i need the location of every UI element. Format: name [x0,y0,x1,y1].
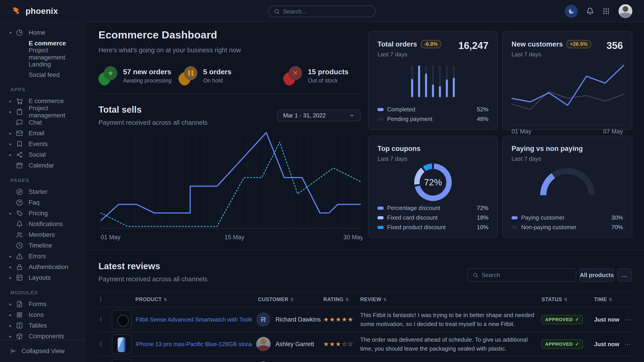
collapsed-view-toggle[interactable]: Collapsed View [0,340,84,362]
reviews-search-input[interactable] [482,272,571,279]
sidebar-item-label: Layouts [29,274,50,281]
status-cell: APPROVED ✓ [542,340,594,349]
reviews-more-button[interactable]: ... [617,268,632,282]
column-header-rating[interactable]: RATING⇅ [323,297,360,303]
top-navbar: phoenix [0,0,644,22]
global-search[interactable] [268,5,376,17]
brand-logo[interactable]: phoenix [12,0,58,22]
user-avatar[interactable] [618,4,632,18]
all-products-button[interactable]: All products [579,268,614,282]
legend-value: 18% [477,214,488,221]
caret-icon: ▾ [10,30,16,35]
sidebar-item-home[interactable]: ▾Home [0,27,84,38]
bar-fill [418,65,420,97]
select-all-checkbox[interactable] [100,297,101,302]
sidebar-item-members[interactable]: Members [0,229,84,240]
global-search-input[interactable] [283,8,370,15]
column-label: PRODUCT [136,297,162,303]
sidebar-item-faq[interactable]: Faq [0,197,84,208]
row-checkbox-cell [98,342,112,346]
page-title: Ecommerce Dashboard [98,29,217,41]
star-icon: ★ [108,70,114,76]
sidebar-item-forms[interactable]: ▸Forms [0,299,84,310]
sidebar-item-social[interactable]: ▸Social [0,149,84,160]
paying-legend: Paying customer30%Non-paying customer70% [512,214,623,231]
sidebar-section-heading-modules: MODULES [0,283,84,299]
apps-grid-button[interactable] [602,7,610,15]
row-checkbox[interactable] [100,342,101,346]
orders-bar-chart [411,65,455,97]
sort-icon: ⇅ [345,297,349,302]
sidebar-item-authentication[interactable]: ▸Authentication [0,262,84,272]
column-header-customer[interactable]: CUSTOMER⇅ [256,297,323,303]
sidebar-item-label: Chat [29,119,42,126]
customer-name: Richard Dawkins [276,316,321,323]
latest-reviews-title: Latest reviews [98,261,160,271]
sidebar-item-tables[interactable]: ▸Tables [0,320,84,331]
reviews-table: PRODUCT⇅CUSTOMER⇅RATING⇅REVIEW⇅STATUS⇅TI… [98,291,632,362]
sidebar-item-errors[interactable]: ▸Errors [0,251,84,262]
caret-icon: ▸ [10,301,16,307]
sidebar-item-layouts[interactable]: ▸Layouts [0,272,84,283]
new-customers-card: New customers +26.5% Last 7 days 356 01 … [502,31,632,130]
product-link[interactable]: Fitbit Sense Advanced Smartwatch with To… [136,316,252,323]
moon-icon [568,8,575,14]
sidebar-subitem-social-feed[interactable]: Social feed [0,69,84,80]
header-checkbox-cell [98,297,112,301]
caret-icon: ▸ [10,98,16,104]
column-label: RATING [323,297,344,303]
customer-cell: Ashley Garrett [256,337,323,351]
reviews-search[interactable] [467,268,576,282]
sidebar-item-timeline[interactable]: Timeline [0,240,84,251]
row-more-button[interactable]: ⋯ [624,316,633,324]
sidebar-item-label: E commerce [29,97,64,105]
clock-icon [16,242,23,249]
legend-swatch [512,216,518,219]
product-cell: iPhone 13 pro max-Pacific Blue-128GB sto… [112,334,256,354]
coupons-legend: Percentage discount72%Fixed card discoun… [378,205,488,231]
bar-fill [446,79,448,97]
pause-icon [188,70,193,76]
date-range-select[interactable]: Mar 1 - 31, 2022 [277,110,360,121]
sidebar-item-events[interactable]: ▸Events [0,139,84,149]
row-checkbox-cell [98,318,112,322]
caret-icon: ▸ [10,152,16,157]
sidebar-item-notifications[interactable]: Notifications [0,219,84,229]
sidebar-item-label: Errors [29,253,46,260]
total-sells-subtitle: Payment received across all channels [98,119,208,126]
sidebar-item-email[interactable]: ▸Email [0,128,84,139]
sidebar-section-heading-pages: PAGES [0,171,84,186]
legend-swatch [378,207,384,210]
sidebar-item-icons[interactable]: ▸Icons [0,310,84,320]
table-header-row: PRODUCT⇅CUSTOMER⇅RATING⇅REVIEW⇅STATUS⇅TI… [98,291,632,308]
legend-label: Fixed card discount [387,214,438,221]
sidebar-item-starter[interactable]: Starter [0,186,84,197]
row-more-button[interactable]: ⋯ [624,340,633,348]
total-sells-title: Total sells [98,105,142,115]
legend-swatch [512,226,518,229]
legend-item-completed: Completed52% [378,106,488,113]
row-checkbox[interactable] [100,317,101,322]
legend-item-pending-payment: Pending payment48% [378,116,488,122]
column-header-review[interactable]: REVIEW⇅ [360,297,542,303]
chat-icon [16,119,23,126]
sidebar-subitem-project-management[interactable]: Project management [0,48,84,59]
product-link[interactable]: iPhone 13 pro max-Pacific Blue-128GB sto… [136,341,252,348]
collapse-sidebar-icon [10,348,16,355]
sidebar-nav: ▾HomeE commerceProject managementLanding… [0,22,84,342]
stat-57-new-orders: ★57 new ordersAwating processing [98,66,178,85]
question-icon [16,199,23,206]
sort-icon: ⇅ [290,297,294,302]
column-header-product[interactable]: PRODUCT⇅ [112,297,256,303]
sidebar-item-project-management[interactable]: ▸Project management [0,106,84,117]
sidebar-item-calendar[interactable]: Calendar [0,160,84,171]
total-orders-card: Total orders -6.8% Last 7 days 16,247 Co… [368,31,498,130]
sidebar-item-pricing[interactable]: ▸Pricing [0,208,84,219]
card-period: Last 7 days [512,155,623,162]
theme-toggle-button[interactable] [565,5,578,18]
bar-fill [411,79,413,97]
notifications-button[interactable] [586,7,594,15]
sort-icon: ⇅ [609,297,612,302]
column-header-time[interactable]: TIME⇅ [594,297,624,303]
column-header-status[interactable]: STATUS⇅ [542,297,594,303]
